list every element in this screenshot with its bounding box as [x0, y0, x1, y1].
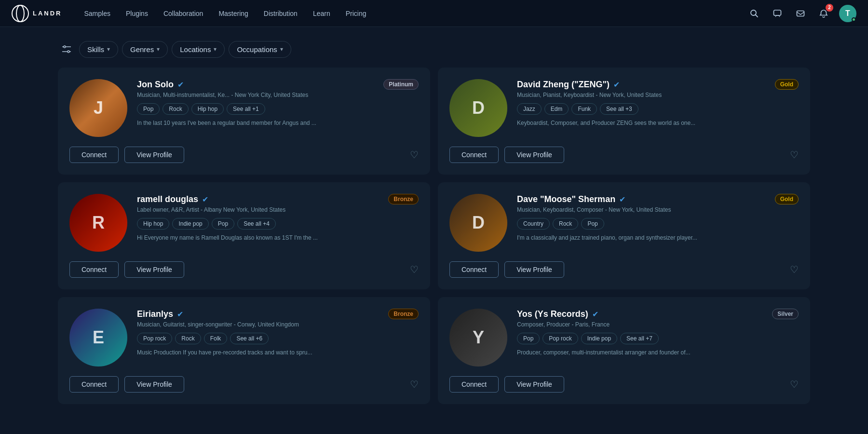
profile-name: David Zheng ("ZENG") [517, 80, 610, 90]
avatar-letter: J [94, 98, 103, 118]
genre-tag-2: Indie pop [581, 333, 617, 344]
genre-tag-2: Funk [571, 103, 597, 115]
profile-bio: I'm a classically and jazz trained piano… [517, 233, 799, 242]
avatar: R [69, 194, 127, 252]
avatar: D [449, 79, 507, 137]
profile-name: Yos (Ys Records) [517, 309, 588, 319]
card-info: Dave "Moose" Sherman ✔ Gold Musician, Ke… [517, 194, 799, 242]
genre-tag-3[interactable]: See all +7 [620, 333, 659, 344]
card-actions: Connect View Profile ♡ [69, 261, 419, 278]
chat-icon[interactable] [770, 6, 785, 21]
verified-icon: ✔ [202, 195, 208, 204]
genre-tag-3[interactable]: See all +3 [600, 103, 638, 115]
favorite-button[interactable]: ♡ [790, 379, 799, 390]
profile-card: Y Yos (Ys Records) ✔ Silver Composer, Pr… [438, 297, 810, 404]
filter-settings-icon[interactable] [58, 41, 75, 58]
genre-tag-2: Pop [212, 218, 234, 230]
nav-collaboration[interactable]: Collaboration [157, 6, 210, 21]
card-name-row: Dave "Moose" Sherman ✔ Gold [517, 194, 799, 204]
favorite-button[interactable]: ♡ [410, 379, 419, 390]
mail-icon[interactable] [793, 6, 808, 21]
skills-chevron: ▾ [107, 46, 110, 53]
avatar-letter: Y [473, 327, 484, 348]
skills-label: Skills [87, 45, 104, 54]
profile-bio: Hi Everyone my name is Ramell Douglas al… [137, 233, 419, 242]
profile-subtitle: Label owner, A&R, Artist - Albany New Yo… [137, 206, 419, 213]
genre-tag-2: Hip hop [191, 103, 224, 115]
profile-card: D Dave "Moose" Sherman ✔ Gold Musician, … [438, 182, 810, 289]
tier-badge: Silver [772, 309, 799, 319]
genre-tag-0: Pop [137, 103, 160, 115]
card-top: R ramell douglas ✔ Bronze Label owner, A… [69, 194, 419, 252]
nav-learn[interactable]: Learn [306, 6, 337, 21]
connect-button[interactable]: Connect [449, 147, 499, 163]
nav-plugins[interactable]: Plugins [119, 6, 155, 21]
card-top: J Jon Solo ✔ Platinum Musician, Multi-in… [69, 79, 419, 137]
avatar-letter: R [92, 213, 105, 233]
occupations-filter[interactable]: Occupations ▾ [229, 41, 291, 58]
connect-button[interactable]: Connect [69, 376, 119, 393]
connect-button[interactable]: Connect [449, 376, 499, 393]
card-actions: Connect View Profile ♡ [69, 376, 419, 393]
svg-line-3 [756, 14, 758, 17]
verified-icon: ✔ [619, 195, 625, 204]
avatar-letter: D [472, 98, 485, 118]
card-name-left: Jon Solo ✔ [137, 80, 184, 90]
connect-button[interactable]: Connect [449, 261, 499, 278]
genre-tags: Hip hopIndie popPopSee all +4 [137, 218, 419, 230]
genres-chevron: ▾ [157, 46, 160, 53]
locations-label: Locations [180, 45, 211, 54]
skills-filter[interactable]: Skills ▾ [79, 41, 118, 58]
verified-icon: ✔ [592, 310, 598, 319]
view-profile-button[interactable]: View Profile [504, 376, 564, 393]
user-avatar[interactable]: T [839, 5, 856, 22]
svg-rect-4 [774, 10, 781, 15]
genre-tag-1: Indie pop [172, 218, 208, 230]
filter-bar: Skills ▾ Genres ▾ Locations ▾ Occupation… [0, 27, 868, 68]
card-actions: Connect View Profile ♡ [449, 147, 799, 163]
card-top: D David Zheng ("ZENG") ✔ Gold Musician, … [449, 79, 799, 137]
genre-tag-0: Pop rock [137, 333, 172, 344]
view-profile-button[interactable]: View Profile [124, 147, 184, 163]
search-icon[interactable] [746, 6, 762, 21]
nav-distribution[interactable]: Distribution [257, 6, 304, 21]
connect-button[interactable]: Connect [69, 147, 119, 163]
profile-card: D David Zheng ("ZENG") ✔ Gold Musician, … [438, 68, 810, 175]
genre-tag-3[interactable]: See all +4 [237, 218, 276, 230]
favorite-button[interactable]: ♡ [790, 264, 799, 275]
genre-tag-0: Hip hop [137, 218, 169, 230]
view-profile-button[interactable]: View Profile [124, 376, 184, 393]
favorite-button[interactable]: ♡ [410, 264, 419, 275]
card-info: Eirianlys ✔ Bronze Musician, Guitarist, … [137, 309, 419, 357]
genre-tags: CountryRockPop [517, 218, 799, 230]
genre-tags: JazzEdmFunkSee all +3 [517, 103, 799, 115]
nav-pricing[interactable]: Pricing [339, 6, 373, 21]
favorite-button[interactable]: ♡ [410, 149, 419, 161]
tier-badge: Gold [775, 194, 799, 204]
nav-mastering[interactable]: Mastering [212, 6, 255, 21]
card-name-row: David Zheng ("ZENG") ✔ Gold [517, 79, 799, 90]
favorite-button[interactable]: ♡ [790, 149, 799, 161]
notif-badge: 2 [826, 4, 833, 12]
genre-tag-3[interactable]: See all +6 [230, 333, 269, 344]
notifications-wrapper: 2 [816, 6, 831, 21]
locations-filter[interactable]: Locations ▾ [172, 41, 225, 58]
genres-filter[interactable]: Genres ▾ [122, 41, 168, 58]
view-profile-button[interactable]: View Profile [504, 261, 564, 278]
nav-samples[interactable]: Samples [78, 6, 117, 21]
view-profile-button[interactable]: View Profile [504, 147, 564, 163]
logo[interactable]: LANDR [12, 5, 62, 22]
genre-tag-3[interactable]: See all +1 [227, 103, 265, 115]
card-name-left: Dave "Moose" Sherman ✔ [517, 194, 625, 204]
connect-button[interactable]: Connect [69, 261, 119, 278]
card-info: David Zheng ("ZENG") ✔ Gold Musician, Pi… [517, 79, 799, 127]
profile-bio: Producer, composer, multi-instrumentalis… [517, 348, 799, 357]
card-top: Y Yos (Ys Records) ✔ Silver Composer, Pr… [449, 309, 799, 366]
tier-badge: Bronze [388, 309, 419, 319]
verified-icon: ✔ [613, 80, 620, 89]
card-name-row: Eirianlys ✔ Bronze [137, 309, 419, 319]
view-profile-button[interactable]: View Profile [124, 261, 184, 278]
verified-icon: ✔ [177, 80, 184, 89]
genre-tags: PopPop rockIndie popSee all +7 [517, 333, 799, 344]
genre-tag-2: Folk [204, 333, 228, 344]
